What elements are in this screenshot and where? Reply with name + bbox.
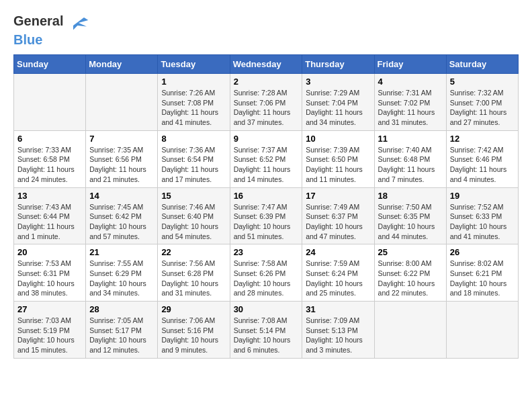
calendar-cell (374, 302, 446, 359)
day-number: 21 (89, 247, 154, 257)
day-info: Sunrise: 8:02 AM Sunset: 6:21 PM Dayligh… (450, 259, 515, 298)
calendar-cell: 11Sunrise: 7:40 AM Sunset: 6:48 PM Dayli… (374, 130, 446, 187)
day-info: Sunrise: 7:50 AM Sunset: 6:35 PM Dayligh… (378, 202, 443, 242)
day-number: 3 (306, 77, 370, 87)
day-info: Sunrise: 7:59 AM Sunset: 6:24 PM Dayligh… (306, 259, 370, 298)
day-info: Sunrise: 8:00 AM Sunset: 6:22 PM Dayligh… (378, 259, 443, 298)
week-row-3: 13Sunrise: 7:43 AM Sunset: 6:44 PM Dayli… (14, 187, 519, 244)
week-row-4: 20Sunrise: 7:53 AM Sunset: 6:31 PM Dayli… (14, 244, 519, 302)
day-number: 4 (378, 77, 443, 87)
calendar-cell: 20Sunrise: 7:53 AM Sunset: 6:31 PM Dayli… (14, 244, 86, 302)
day-info: Sunrise: 7:55 AM Sunset: 6:29 PM Dayligh… (89, 259, 154, 298)
day-number: 12 (450, 134, 515, 144)
calendar-cell: 27Sunrise: 7:03 AM Sunset: 5:19 PM Dayli… (14, 302, 86, 359)
calendar-cell: 7Sunrise: 7:35 AM Sunset: 6:56 PM Daylig… (86, 130, 158, 187)
calendar-cell: 10Sunrise: 7:39 AM Sunset: 6:50 PM Dayli… (302, 130, 374, 187)
calendar-cell: 3Sunrise: 7:29 AM Sunset: 7:04 PM Daylig… (302, 74, 374, 131)
day-number: 13 (17, 191, 82, 201)
calendar-cell: 29Sunrise: 7:06 AM Sunset: 5:16 PM Dayli… (158, 302, 230, 359)
day-info: Sunrise: 7:43 AM Sunset: 6:44 PM Dayligh… (17, 202, 82, 242)
day-number: 9 (234, 134, 299, 144)
day-header-monday: Monday (86, 55, 158, 74)
day-info: Sunrise: 7:58 AM Sunset: 6:26 PM Dayligh… (234, 259, 299, 298)
day-info: Sunrise: 7:46 AM Sunset: 6:40 PM Dayligh… (161, 202, 226, 242)
logo-general: General (13, 13, 63, 28)
day-info: Sunrise: 7:37 AM Sunset: 6:52 PM Dayligh… (234, 145, 299, 185)
day-number: 2 (234, 77, 299, 87)
day-info: Sunrise: 7:26 AM Sunset: 7:08 PM Dayligh… (161, 88, 226, 128)
day-number: 26 (450, 247, 515, 257)
day-info: Sunrise: 7:31 AM Sunset: 7:02 PM Dayligh… (378, 88, 443, 128)
calendar-cell: 24Sunrise: 7:59 AM Sunset: 6:24 PM Dayli… (302, 244, 374, 302)
logo-bird-icon (68, 13, 89, 32)
day-number: 16 (234, 191, 299, 201)
calendar-cell: 26Sunrise: 8:02 AM Sunset: 6:21 PM Dayli… (446, 244, 518, 302)
day-info: Sunrise: 7:52 AM Sunset: 6:33 PM Dayligh… (450, 202, 515, 242)
logo-text: General Blue (13, 13, 89, 48)
day-number: 20 (17, 247, 82, 257)
calendar-cell (86, 74, 158, 131)
day-header-thursday: Thursday (302, 55, 374, 74)
day-number: 27 (17, 304, 82, 314)
calendar-cell: 30Sunrise: 7:08 AM Sunset: 5:14 PM Dayli… (230, 302, 302, 359)
day-header-friday: Friday (374, 55, 446, 74)
day-info: Sunrise: 7:36 AM Sunset: 6:54 PM Dayligh… (161, 145, 226, 185)
calendar-cell: 13Sunrise: 7:43 AM Sunset: 6:44 PM Dayli… (14, 187, 86, 244)
day-info: Sunrise: 7:09 AM Sunset: 5:13 PM Dayligh… (306, 316, 370, 355)
day-info: Sunrise: 7:53 AM Sunset: 6:31 PM Dayligh… (17, 259, 82, 298)
logo-blue: Blue (13, 32, 42, 47)
day-number: 8 (161, 134, 226, 144)
day-info: Sunrise: 7:56 AM Sunset: 6:28 PM Dayligh… (161, 259, 226, 298)
day-number: 31 (306, 304, 370, 314)
calendar-cell: 22Sunrise: 7:56 AM Sunset: 6:28 PM Dayli… (158, 244, 230, 302)
calendar-header-row: SundayMondayTuesdayWednesdayThursdayFrid… (14, 55, 519, 74)
day-header-wednesday: Wednesday (230, 55, 302, 74)
day-number: 17 (306, 191, 370, 201)
day-number: 28 (89, 304, 154, 314)
calendar-cell: 4Sunrise: 7:31 AM Sunset: 7:02 PM Daylig… (374, 74, 446, 131)
day-number: 29 (161, 304, 226, 314)
day-info: Sunrise: 7:28 AM Sunset: 7:06 PM Dayligh… (234, 88, 299, 128)
day-number: 7 (89, 134, 154, 144)
day-info: Sunrise: 7:39 AM Sunset: 6:50 PM Dayligh… (306, 145, 370, 185)
day-number: 10 (306, 134, 370, 144)
day-info: Sunrise: 7:49 AM Sunset: 6:37 PM Dayligh… (306, 202, 370, 242)
svg-marker-0 (73, 17, 88, 30)
day-info: Sunrise: 7:06 AM Sunset: 5:16 PM Dayligh… (161, 316, 226, 355)
day-number: 14 (89, 191, 154, 201)
day-info: Sunrise: 7:33 AM Sunset: 6:58 PM Dayligh… (17, 145, 82, 185)
day-info: Sunrise: 7:08 AM Sunset: 5:14 PM Dayligh… (234, 316, 299, 355)
day-header-tuesday: Tuesday (158, 55, 230, 74)
calendar-cell: 14Sunrise: 7:45 AM Sunset: 6:42 PM Dayli… (86, 187, 158, 244)
week-row-1: 1Sunrise: 7:26 AM Sunset: 7:08 PM Daylig… (14, 74, 519, 131)
day-info: Sunrise: 7:45 AM Sunset: 6:42 PM Dayligh… (89, 202, 154, 242)
day-number: 24 (306, 247, 370, 257)
calendar-cell: 9Sunrise: 7:37 AM Sunset: 6:52 PM Daylig… (230, 130, 302, 187)
day-info: Sunrise: 7:05 AM Sunset: 5:17 PM Dayligh… (89, 316, 154, 355)
calendar-cell: 6Sunrise: 7:33 AM Sunset: 6:58 PM Daylig… (14, 130, 86, 187)
calendar-cell: 31Sunrise: 7:09 AM Sunset: 5:13 PM Dayli… (302, 302, 374, 359)
calendar-cell: 5Sunrise: 7:32 AM Sunset: 7:00 PM Daylig… (446, 74, 518, 131)
calendar-cell: 2Sunrise: 7:28 AM Sunset: 7:06 PM Daylig… (230, 74, 302, 131)
page-header: General Blue (13, 13, 519, 48)
day-info: Sunrise: 7:29 AM Sunset: 7:04 PM Dayligh… (306, 88, 370, 128)
day-number: 22 (161, 247, 226, 257)
calendar-cell: 8Sunrise: 7:36 AM Sunset: 6:54 PM Daylig… (158, 130, 230, 187)
day-number: 30 (234, 304, 299, 314)
day-info: Sunrise: 7:40 AM Sunset: 6:48 PM Dayligh… (378, 145, 443, 185)
day-info: Sunrise: 7:32 AM Sunset: 7:00 PM Dayligh… (450, 88, 515, 128)
calendar-cell: 19Sunrise: 7:52 AM Sunset: 6:33 PM Dayli… (446, 187, 518, 244)
calendar-cell: 21Sunrise: 7:55 AM Sunset: 6:29 PM Dayli… (86, 244, 158, 302)
day-header-saturday: Saturday (446, 55, 518, 74)
day-number: 5 (450, 77, 515, 87)
calendar-cell: 17Sunrise: 7:49 AM Sunset: 6:37 PM Dayli… (302, 187, 374, 244)
day-number: 15 (161, 191, 226, 201)
day-header-sunday: Sunday (14, 55, 86, 74)
week-row-2: 6Sunrise: 7:33 AM Sunset: 6:58 PM Daylig… (14, 130, 519, 187)
day-info: Sunrise: 7:35 AM Sunset: 6:56 PM Dayligh… (89, 145, 154, 185)
logo: General Blue (13, 13, 89, 48)
day-number: 19 (450, 191, 515, 201)
day-number: 23 (234, 247, 299, 257)
calendar-table: SundayMondayTuesdayWednesdayThursdayFrid… (13, 54, 519, 359)
calendar-cell: 25Sunrise: 8:00 AM Sunset: 6:22 PM Dayli… (374, 244, 446, 302)
